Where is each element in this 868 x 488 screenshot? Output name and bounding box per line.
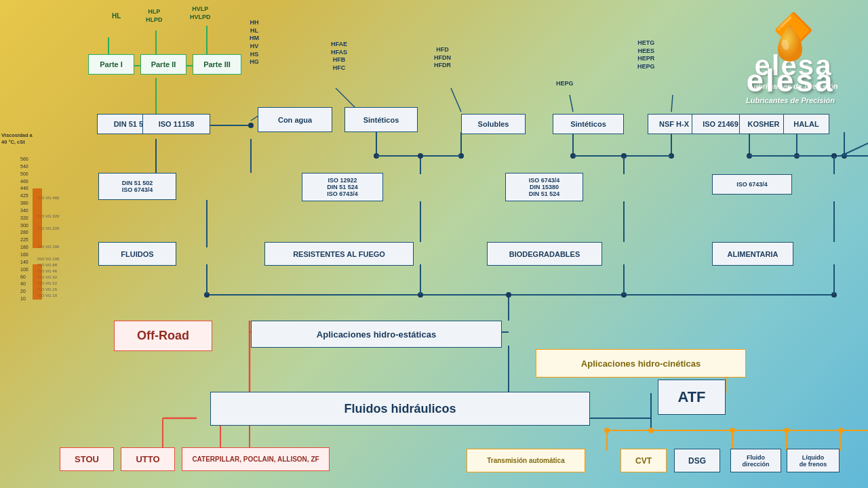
- aplicaciones-cineticas-box: Aplicaciones hidro-cinéticas: [536, 349, 746, 378]
- sinteticos2-box: Sintéticos: [553, 114, 624, 134]
- iso6743-bio-box: ISO 6743/4DIN 15380DIN 51 524: [505, 173, 583, 201]
- sinteticos1-box: Sintéticos: [344, 107, 418, 132]
- logo-droplet-icon: [772, 21, 809, 65]
- biodegradables-box: BIODEGRADABLES: [487, 242, 602, 266]
- svg-point-35: [794, 153, 800, 159]
- solubles-box: Solubles: [461, 114, 526, 134]
- off-road-box: Off-Road: [114, 321, 212, 351]
- hepg-label: HEPG: [556, 80, 574, 87]
- svg-point-47: [831, 292, 837, 298]
- svg-point-29: [621, 153, 627, 159]
- hetg-labels: HETGHEESHEPRHEPG: [637, 39, 655, 71]
- stou-box: STOU: [60, 447, 114, 471]
- svg-point-46: [621, 292, 627, 298]
- liquido-frenos-box: Líquidode frenos: [787, 449, 840, 472]
- elesa-subtitle: Lubricantes de Precisión: [746, 96, 835, 104]
- svg-point-20: [418, 153, 423, 159]
- iso11158-box: ISO 11158: [142, 114, 210, 134]
- iso12922-box: ISO 12922DIN 51 524ISO 6743/4: [302, 173, 383, 201]
- transmision-box: Transmisión automática: [467, 449, 585, 472]
- cvt-box: CVT: [620, 449, 667, 472]
- dsg-box: DSG: [674, 449, 720, 472]
- svg-point-66: [648, 428, 654, 433]
- hvlp-label: HVLPHVLPD: [190, 5, 211, 21]
- viscosity-label: Viscosidad a40 °C, cSt: [1, 132, 33, 146]
- svg-line-38: [841, 132, 868, 156]
- svg-point-65: [604, 428, 610, 433]
- svg-point-17: [458, 153, 464, 159]
- hlp-label: HLPHLPD: [146, 8, 163, 24]
- viscosity-numbers: 5605405004604404253803403203002802251801…: [20, 156, 28, 303]
- fluido-dir-box: Fluidodirección: [730, 449, 781, 472]
- alimentaria-box: ALIMENTARIA: [712, 242, 793, 266]
- svg-point-14: [374, 153, 379, 159]
- resistentes-box: RESISTENTES AL FUEGO: [264, 242, 414, 266]
- svg-line-25: [671, 95, 673, 112]
- viscosity-bar-high: [33, 188, 42, 248]
- svg-point-68: [784, 428, 789, 433]
- aplicaciones-estaticas-box: Aplicaciones hidro-estáticas: [251, 321, 502, 348]
- svg-point-40: [831, 153, 837, 159]
- iso6743-ali-box: ISO 6743/4: [712, 174, 792, 195]
- svg-point-67: [730, 428, 735, 433]
- con-agua-box: Con agua: [258, 107, 332, 132]
- svg-line-15: [451, 88, 461, 112]
- fluidos-hidraulicos-box: Fluidos hidráulicos: [210, 392, 590, 426]
- svg-point-7: [248, 123, 254, 128]
- hl-label: HL: [112, 12, 121, 20]
- halal-box: HALAL: [783, 114, 829, 134]
- atf-box: ATF: [658, 380, 726, 415]
- viscosity-bar-mid: [33, 264, 42, 300]
- hfae-labels: HFAEHFASHFBHFC: [331, 41, 347, 73]
- svg-point-27: [669, 153, 674, 159]
- parte2-box: Parte II: [140, 54, 186, 75]
- kosher-box: KOSHER: [739, 114, 788, 134]
- din51502-box: DIN 51 502ISO 6743/4: [98, 173, 176, 200]
- svg-point-37: [842, 153, 847, 159]
- elesa-logo: elesa Lubricantes de Precisión: [721, 10, 860, 115]
- svg-point-69: [838, 428, 844, 433]
- caterpillar-box: CATERPILLAR, POCLAIN, ALLISON, ZF: [182, 447, 330, 471]
- hfd-labels: HFDHFDNHFDR: [434, 46, 451, 70]
- parte3-box: Parte III: [193, 54, 241, 75]
- elesa-wordmark: elesa: [746, 65, 834, 96]
- svg-line-22: [570, 95, 573, 112]
- svg-point-24: [570, 153, 576, 159]
- svg-point-44: [204, 292, 210, 298]
- parte1-box: Parte I: [88, 54, 134, 75]
- utto-box: UTTO: [121, 447, 175, 471]
- svg-point-53: [506, 292, 511, 298]
- hh-labels: HHHLHMHVHSHG: [250, 19, 259, 66]
- svg-point-33: [747, 153, 752, 159]
- svg-point-45: [418, 292, 423, 298]
- fluidos-box: FLUIDOS: [98, 242, 176, 266]
